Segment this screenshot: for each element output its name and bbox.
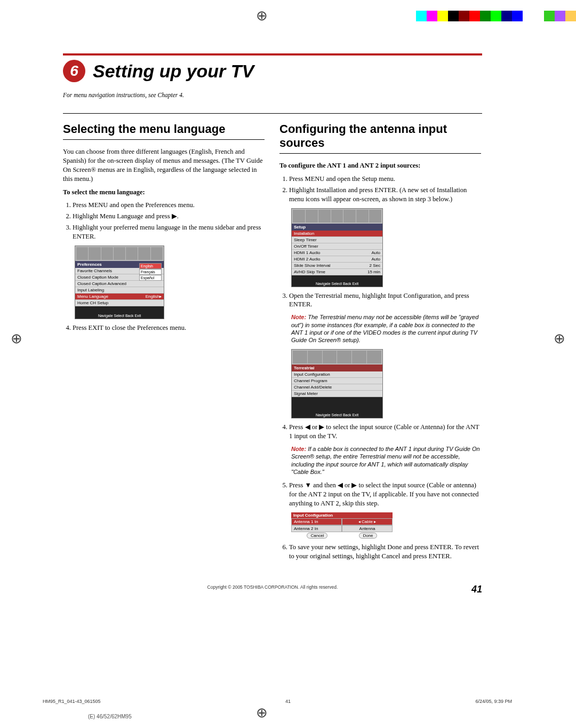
- inputcfg-label: Antenna 1 In: [291, 518, 342, 525]
- osd-row: Signal Meter: [292, 391, 382, 397]
- osd-preferences-menu: Preferences Favorite ChannelsClosed Capt…: [75, 246, 164, 319]
- osd-row: Input Configuration: [292, 371, 382, 378]
- osd-row: Slide Show Interval2 Sec: [292, 263, 382, 269]
- procedure-label: To select the menu language:: [63, 188, 265, 197]
- inputcfg-button: Done: [359, 533, 377, 539]
- osd-icon-tabs: [75, 246, 164, 261]
- step: Highlight Menu Language and press ▶.: [73, 212, 265, 221]
- chapter-header: 6 Setting up your TV: [63, 60, 482, 82]
- step-list: To save your new settings, highlight Don…: [289, 543, 481, 561]
- step: To save your new settings, highlight Don…: [289, 543, 481, 561]
- step: Press EXIT to close the Preferences menu…: [73, 323, 265, 333]
- osd-row: Closed Caption Advanced: [75, 281, 164, 287]
- step: Open the Terrestrial menu, highlight Inp…: [289, 291, 481, 310]
- section-heading: Selecting the menu language: [63, 122, 265, 136]
- copyright-line: Copyright © 2005 TOSHIBA CORPORATION. Al…: [63, 584, 482, 590]
- print-footer: HM95_R1_041-43_061505 41 6/24/05, 9:39 P…: [43, 699, 512, 704]
- osd-footer-hints: Navigate Select Back Exit: [292, 413, 382, 417]
- chapter-title: Setting up your TV: [93, 61, 254, 82]
- left-column: Selecting the menu language You can choo…: [63, 122, 265, 565]
- step-list: Press ▼ and then ◀ or ▶ to select the in…: [289, 481, 481, 508]
- page: 6 Setting up your TV For menu navigation…: [63, 53, 482, 590]
- step-list: Open the Terrestrial menu, highlight Inp…: [289, 291, 481, 310]
- inputcfg-value: Antenna: [342, 525, 393, 532]
- osd-icon-tabs: [292, 350, 382, 365]
- osd-footer-hints: Navigate Select Back Exit: [292, 282, 382, 286]
- intro-paragraph: You can choose from three different lang…: [63, 147, 265, 184]
- osd-language-sidebar: English Français Español: [139, 263, 162, 281]
- osd-row: Menu LanguageEnglish▸: [75, 294, 164, 300]
- osd-icon-tabs: [292, 209, 382, 224]
- osd-row: On/Off Timer: [292, 243, 382, 250]
- color-calibration-bar: [416, 11, 576, 21]
- procedure-label: To configure the ANT 1 and ANT 2 input s…: [279, 161, 481, 170]
- osd-row: Input Labeling: [75, 287, 164, 294]
- language-option: Español: [139, 275, 162, 281]
- print-footer-sub: (E) 46/52/62HM95: [88, 714, 132, 719]
- right-column: Configuring the antenna input sources To…: [279, 122, 481, 565]
- osd-row: AVHD Skip Time15 min: [292, 269, 382, 275]
- step: Press ▼ and then ◀ or ▶ to select the in…: [289, 481, 481, 508]
- osd-row-selected: Installation: [292, 231, 382, 237]
- step-list: Press MENU and open the Preferences menu…: [73, 201, 265, 241]
- step: Press ◀ or ▶ to select the input source …: [289, 423, 481, 441]
- language-option: English: [139, 263, 162, 269]
- step: Highlight Installation and press ENTER. …: [289, 186, 481, 204]
- osd-input-config: Input Configuration Antenna 1 In ◂ Cable…: [291, 512, 393, 539]
- osd-row: Home CH Setup: [75, 300, 164, 306]
- nav-note: For menu navigation instructions, see Ch…: [63, 92, 482, 98]
- osd-terrestrial-menu: Terrestrial Input ConfigurationChannel P…: [291, 349, 383, 418]
- page-number: 41: [471, 584, 482, 595]
- osd-row: HDMI 2 AudioAuto: [292, 256, 382, 263]
- step: Press MENU and open the Preferences menu…: [73, 201, 265, 210]
- language-option: Français: [139, 269, 162, 275]
- osd-row: Channel Program: [292, 378, 382, 384]
- step: Press MENU and open the Setup menu.: [289, 175, 481, 184]
- chapter-number-badge: 6: [63, 60, 85, 82]
- osd-header: Input Configuration: [291, 512, 393, 518]
- osd-row: HDMI 1 AudioAuto: [292, 250, 382, 256]
- section-heading: Configuring the antenna input sources: [279, 122, 481, 150]
- osd-header: Setup: [292, 224, 382, 231]
- inputcfg-button: Cancel: [307, 533, 327, 539]
- step-list: Press MENU and open the Setup menu. High…: [289, 175, 481, 204]
- osd-row: Channel Add/Delete: [292, 384, 382, 391]
- osd-header: Terrestrial: [292, 365, 382, 371]
- osd-row: Sleep Timer: [292, 237, 382, 243]
- inputcfg-label: Antenna 2 In: [291, 525, 342, 532]
- step-list: Press ◀ or ▶ to select the input source …: [289, 423, 481, 441]
- step: Highlight your preferred menu language i…: [73, 223, 265, 241]
- osd-footer-hints: Navigate Select Back Exit: [75, 314, 164, 318]
- step-list: Press EXIT to close the Preferences menu…: [73, 323, 265, 333]
- note-block: Note: The Terrestrial menu may not be ac…: [291, 313, 481, 344]
- note-block: Note: If a cable box is connected to the…: [291, 445, 481, 476]
- separator-rule: [63, 53, 482, 56]
- osd-setup-menu: Setup Installation Sleep TimerOn/Off Tim…: [291, 208, 383, 287]
- inputcfg-value: ◂ Cable ▸: [342, 518, 393, 525]
